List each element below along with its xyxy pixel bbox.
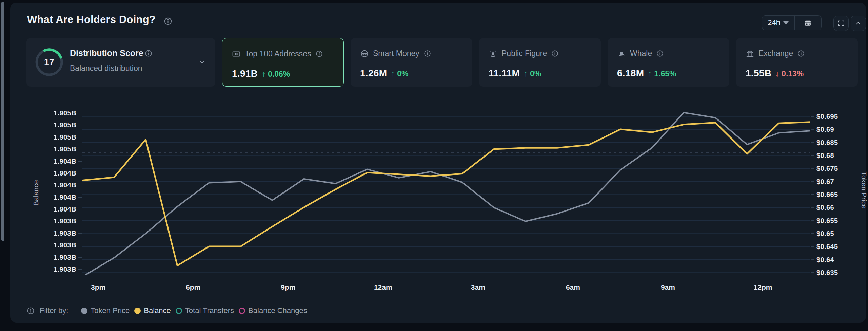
info-icon[interactable] [144, 49, 153, 57]
chevron-down-icon[interactable] [198, 58, 206, 67]
stat-card-value: 1.26M [360, 68, 387, 79]
filter-option-label: Total Transfers [185, 306, 234, 315]
time-range-dropdown[interactable]: 24h [762, 16, 794, 30]
right-axis-tick-label: $0.635 [816, 269, 838, 277]
stat-card-exchange[interactable]: Exchange 1.55B ↓ 0.13% [736, 38, 858, 87]
fullscreen-button[interactable] [833, 16, 849, 31]
time-range-value: 24h [768, 18, 780, 27]
stat-card-smart-money[interactable]: Smart Money 1.26M ↑ 0% [351, 38, 472, 87]
filter-option-dot [81, 308, 87, 314]
left-axis-tick [78, 161, 82, 162]
filter-option-total-transfers[interactable]: Total Transfers [176, 306, 234, 315]
filter-bar-label: Filter by: [40, 306, 68, 315]
info-icon[interactable] [163, 17, 173, 26]
filter-option-balance-changes[interactable]: Balance Changes [239, 306, 307, 315]
x-axis-tick-label: 12pm [743, 283, 783, 291]
left-axis-tick-label: 1.904B [25, 205, 76, 213]
filter-option-dot [239, 308, 245, 314]
right-axis-tick-label: $0.665 [816, 191, 838, 199]
filter-option-token-price[interactable]: Token Price [81, 306, 130, 315]
stat-card-delta: ↑ 1.65% [648, 69, 676, 78]
exchange-icon [746, 49, 754, 58]
x-axis-tick-label: 12am [363, 283, 403, 291]
fullscreen-icon [837, 19, 845, 27]
info-icon [26, 307, 35, 315]
collapse-button[interactable] [851, 16, 866, 31]
right-axis-tick [811, 233, 814, 234]
right-axis-tick-label: $0.685 [816, 139, 838, 146]
chevron-up-icon [854, 19, 863, 27]
calendar-button[interactable] [795, 16, 821, 30]
chevron-up-icon [854, 19, 863, 27]
filter-option-label: Balance [144, 306, 171, 315]
right-axis-tick [811, 155, 814, 156]
filter-option-dot [134, 308, 141, 314]
filter-option-label: Token Price [91, 306, 130, 315]
info-icon[interactable] [656, 50, 664, 57]
stat-card-label: Exchange [758, 49, 793, 58]
banknote-icon [232, 50, 241, 58]
public-figure-icon [489, 49, 497, 58]
vertical-scrollbar[interactable] [1, 2, 4, 241]
x-axis-tick-label: 9pm [268, 283, 309, 291]
distribution-score-card[interactable]: 17 Distribution Score Balanced distribut… [26, 38, 215, 87]
right-axis-tick-label: $0.65 [816, 230, 834, 238]
left-axis-tick-label: 1.903B [25, 253, 76, 261]
x-axis-tick-label: 9am [648, 283, 688, 291]
right-axis-tick [811, 259, 814, 260]
info-icon [656, 50, 664, 57]
left-axis-tick-label: 1.903B [25, 265, 76, 273]
right-axis-tick-label: $0.655 [816, 217, 838, 224]
stat-card-delta: ↑ 0.06% [262, 70, 290, 79]
stat-card-value: 6.18M [617, 68, 644, 79]
right-axis-tick-label: $0.645 [816, 243, 838, 251]
left-axis-tick [78, 125, 82, 125]
stat-card-delta: ↓ 0.13% [775, 69, 804, 78]
x-axis-tick-label: 3pm [78, 283, 119, 291]
calendar-icon [804, 19, 812, 27]
whale-icon [617, 49, 626, 58]
info-icon[interactable] [423, 50, 431, 57]
right-axis-tick-label: $0.64 [816, 256, 834, 263]
stat-card-top-100-addresses[interactable]: Top 100 Addresses 1.91B ↑ 0.06% [222, 38, 344, 87]
right-axis-tick [811, 272, 814, 273]
x-axis-tick-label: 3am [458, 283, 498, 291]
right-axis-tick [811, 181, 814, 182]
stat-card-label: Smart Money [373, 49, 419, 58]
info-icon[interactable] [315, 50, 323, 58]
page-title: What Are Holders Doing? [27, 14, 156, 26]
stat-card-whale[interactable]: Whale 6.18M ↑ 1.65% [608, 38, 729, 87]
right-axis-title: Token Price [860, 170, 868, 210]
info-icon [144, 49, 153, 57]
filter-option-balance[interactable]: Balance [134, 306, 171, 315]
series-line-token-price [82, 113, 810, 275]
stat-card-label: Whale [630, 49, 652, 58]
left-axis-tick-label: 1.905B [25, 145, 76, 153]
left-axis-tick-label: 1.903B [25, 241, 76, 249]
page-background: What Are Holders Doing? 24h [0, 0, 868, 331]
calendar-icon [804, 19, 812, 27]
holders-line-chart[interactable] [82, 112, 810, 275]
right-axis-tick-label: $0.675 [816, 165, 838, 172]
x-axis-tick-label: 6am [553, 283, 593, 291]
right-axis-tick [811, 142, 814, 143]
right-axis-tick-label: $0.69 [816, 126, 834, 133]
left-axis-tick [78, 209, 82, 209]
distribution-score-subtitle: Balanced distribution [70, 64, 142, 73]
right-axis-tick [811, 246, 814, 247]
info-icon [163, 17, 173, 26]
chevron-down-icon [198, 58, 206, 67]
left-axis-tick-label: 1.905B [25, 133, 76, 141]
info-icon[interactable] [26, 307, 35, 315]
left-axis-tick-label: 1.905B [25, 109, 76, 117]
right-axis-tick [811, 220, 814, 221]
right-axis-tick-label: $0.695 [816, 113, 838, 121]
left-axis-tick-label: 1.903B [25, 217, 76, 225]
filter-option-dot [176, 308, 182, 314]
info-icon[interactable] [797, 50, 805, 57]
stat-card-public-figure[interactable]: Public Figure 11.11M ↑ 0% [479, 38, 601, 87]
right-axis-tick-label: $0.67 [816, 178, 834, 185]
stat-card-delta: ↑ 0% [524, 69, 541, 78]
info-icon[interactable] [551, 50, 559, 57]
stat-card-label: Public Figure [501, 49, 547, 58]
